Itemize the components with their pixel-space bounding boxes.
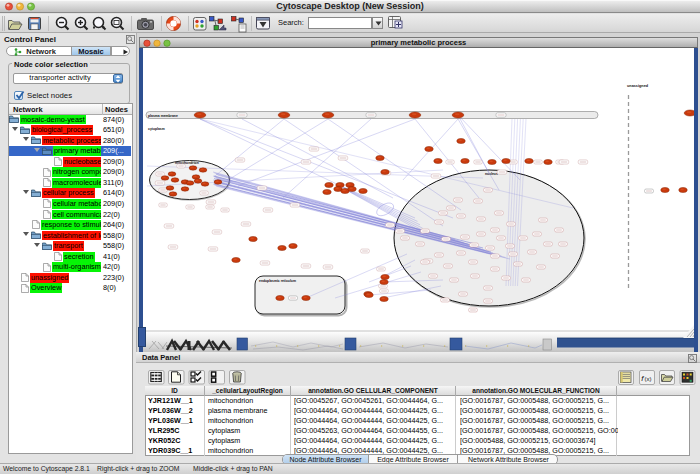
svg-text:(x): (x) (645, 376, 652, 382)
svg-text:unassigned: unassigned (627, 84, 649, 88)
svg-text:cytoplasm: cytoplasm (148, 127, 165, 131)
svg-text:nucleus: nucleus (485, 172, 498, 176)
svg-text:plasma membrane: plasma membrane (148, 114, 178, 118)
svg-text:endoplasmic reticulum: endoplasmic reticulum (259, 279, 296, 283)
